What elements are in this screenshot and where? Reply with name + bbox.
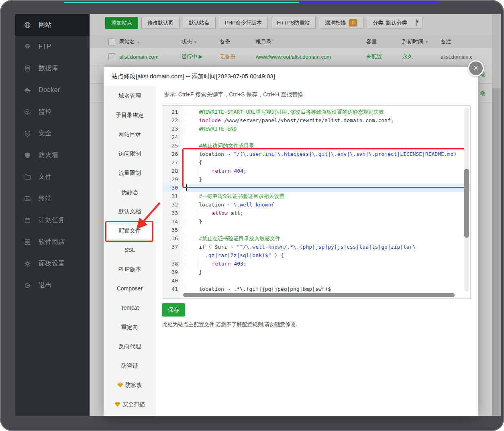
code-line: #REWRITE-START URL重写规则引用,修改后将导致面板设置的伪静态规…	[186, 108, 470, 116]
tab-site-dir[interactable]: 网站目录	[104, 125, 156, 144]
tab-config-file[interactable]: 配置文件	[104, 221, 156, 240]
modal-title: 站点修改[alist.domain.com] -- 添加时间[2023-07-0…	[104, 73, 275, 80]
tab-label: 防篡改	[125, 375, 142, 394]
line-number: 27	[162, 158, 182, 167]
indent-guide	[186, 217, 199, 226]
tab-php-version[interactable]: PHP版本	[104, 259, 156, 279]
tab-access-limit[interactable]: 访问限制	[104, 144, 156, 163]
indent-guide	[186, 200, 199, 209]
tab-tamper-proof[interactable]: 防篡改	[104, 375, 156, 394]
code-line: include /www/server/panel/vhost/rewrite/…	[186, 116, 470, 125]
code-line: {	[186, 158, 470, 167]
config-footer-note: 此处为站点主配置文件,若您不了解配置规则,请勿随意修改.	[162, 321, 297, 328]
code-line	[186, 226, 470, 234]
editor-line-numbers: 2122232425262728293031323334353637383940…	[162, 106, 182, 298]
code-line: return 403;	[186, 259, 470, 268]
indent-guide	[186, 158, 199, 167]
tab-domain-manage[interactable]: 域名管理	[104, 86, 156, 105]
top-accent-blue	[299, 2, 439, 3]
config-editor[interactable]: 2122232425262728293031323334353637383940…	[162, 105, 471, 299]
modal-tab-list: 域名管理子目录绑定网站目录访问限制流量限制伪静态默认文档配置文件SSLPHP版本…	[104, 86, 156, 416]
tab-label: SSL	[124, 240, 135, 259]
code-line: if ( $uri ~ "^/\.well-known/.*\.(php|jsp…	[186, 243, 470, 251]
line-number: 34	[162, 217, 182, 226]
tab-tomcat[interactable]: Tomcat	[104, 298, 156, 317]
tab-subdir-bind[interactable]: 子目录绑定	[104, 105, 156, 125]
line-number: 31	[162, 192, 182, 200]
line-number: 39	[162, 268, 182, 276]
editor-hint: 提示: Ctrl+F 搜索关键字，Ctrl+S 保存，Ctrl+H 查找替换	[164, 91, 303, 98]
tab-ssl[interactable]: SSL	[104, 240, 156, 259]
line-number: 30	[162, 184, 182, 192]
line-number: 21	[162, 108, 182, 116]
line-number: 37	[162, 243, 182, 251]
indent-guide	[186, 259, 199, 268]
tab-label: 网站目录	[118, 125, 141, 144]
premium-gem-icon	[117, 382, 123, 388]
browser-scrollbar-thumb[interactable]	[492, 14, 501, 88]
save-button[interactable]: 保存	[162, 303, 185, 317]
indent-guide	[186, 116, 199, 125]
indent-guide	[186, 150, 199, 158]
text-cursor	[186, 184, 187, 191]
code-line	[186, 184, 470, 192]
line-number: 25	[162, 141, 182, 150]
editor-horizontal-scrollbar-thumb[interactable]	[183, 293, 455, 297]
indent-guide	[186, 175, 199, 184]
tab-label: 反向代理	[118, 337, 141, 356]
tab-label: Tomcat	[120, 298, 139, 317]
line-number	[162, 251, 182, 259]
tab-redirect[interactable]: 重定向	[104, 317, 156, 337]
tab-reverse-proxy[interactable]: 反向代理	[104, 337, 156, 356]
indent-guide	[186, 167, 199, 175]
indent-guide	[186, 141, 199, 150]
line-number: 33	[162, 209, 182, 217]
indent-guide	[186, 243, 199, 251]
line-number: 40	[162, 276, 182, 285]
indent-guide	[199, 259, 212, 268]
code-line: #禁止在证书验证目录放入敏感文件	[186, 234, 470, 243]
tab-traffic-limit[interactable]: 流量限制	[104, 163, 156, 182]
indent-guide	[199, 209, 212, 217]
code-line: #REWRITE-END	[186, 125, 470, 133]
code-line	[186, 133, 470, 141]
tab-label: 伪静态	[121, 182, 138, 202]
editor-vertical-scrollbar[interactable]	[464, 108, 469, 292]
tab-rewrite[interactable]: 伪静态	[104, 182, 156, 202]
indent-guide	[186, 251, 199, 259]
line-number: 41	[162, 285, 182, 293]
indent-guide	[186, 285, 199, 293]
code-line: return 404;	[186, 167, 470, 175]
line-number: 24	[162, 133, 182, 141]
line-number: 26	[162, 150, 182, 158]
code-line	[186, 276, 470, 285]
tab-hotlink-protect[interactable]: 防盗链	[104, 356, 156, 375]
code-line: }	[186, 175, 470, 184]
tab-label: 域名管理	[118, 86, 141, 105]
line-number: 23	[162, 125, 182, 133]
indent-guide	[186, 192, 199, 200]
line-number: 22	[162, 116, 182, 125]
tab-security-scan[interactable]: 安全扫描	[104, 394, 156, 414]
tab-label: Composer	[117, 279, 143, 298]
premium-gem-icon	[114, 402, 120, 407]
code-line: allow all;	[186, 209, 470, 217]
tab-label: 访问限制	[118, 144, 141, 163]
site-edit-modal: 站点修改[alist.domain.com] -- 添加时间[2023-07-0…	[104, 67, 478, 416]
code-line: }	[186, 217, 470, 226]
tab-composer[interactable]: Composer	[104, 279, 156, 298]
editor-code[interactable]: #REWRITE-START URL重写规则引用,修改后将导致面板设置的伪静态规…	[183, 106, 470, 298]
editor-vertical-scrollbar-thumb[interactable]	[464, 169, 469, 238]
tab-default-doc[interactable]: 默认文档	[104, 202, 156, 221]
close-icon[interactable]: ×	[468, 60, 484, 76]
indent-guide	[186, 125, 199, 133]
tab-label: 安全扫描	[122, 394, 145, 414]
code-line: #一键申请SSL证书验证目录相关设置	[186, 192, 470, 200]
tab-label: 配置文件	[118, 221, 141, 240]
tab-label: 重定向	[121, 317, 138, 337]
browser-scrollbar[interactable]	[492, 14, 501, 416]
window-frame: 网站FTP数据库Docker监控安全防火墙文件终端计划任务软件商店面板设置退出 …	[0, 0, 504, 431]
code-line: location ~ \.well-known{	[186, 200, 470, 209]
line-number: 35	[162, 226, 182, 234]
tab-label: 防盗链	[121, 356, 138, 375]
